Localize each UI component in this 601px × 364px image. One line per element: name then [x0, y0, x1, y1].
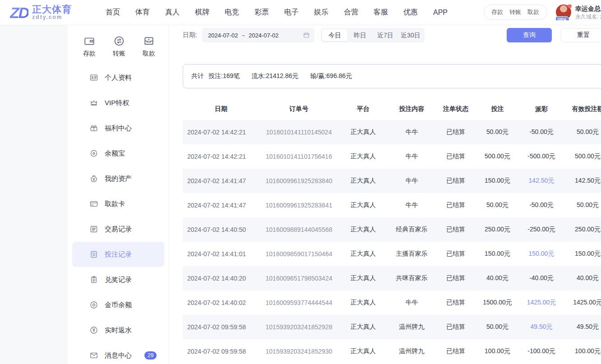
cell-status: 已结算 [435, 274, 476, 282]
date-label: 日期: [183, 31, 197, 39]
sidebar-menu-label: 金币余额 [105, 301, 132, 309]
table-row: 2024-07-02 14:40:02 1016009593774444544 … [183, 290, 601, 315]
permanent-domain-label: 永久域名: z [575, 13, 601, 20]
quick-range-button[interactable]: 近30日 [398, 29, 423, 41]
sidebar-menu-label: 投注记录 [105, 250, 132, 259]
cell-bet-amount: 50.00元 [476, 128, 519, 136]
sidebar: 存款 转账 取款 个人资料 [68, 25, 169, 364]
quick-action[interactable]: 取款 [143, 35, 155, 58]
cell-payout: -50.00元 [519, 128, 564, 136]
notification-dot [568, 5, 572, 9]
cell-status: 已结算 [435, 177, 476, 185]
cell-order-number: 1015939203241852928 [259, 323, 338, 331]
transaction-record-icon [89, 225, 98, 234]
sidebar-menu-item[interactable]: 兑奖记录 [72, 267, 164, 292]
table-header-cell: 平台 [338, 105, 388, 113]
cell-order-number: 1015939203241852930 [259, 348, 338, 355]
sidebar-menu-item[interactable]: VIP特权 [72, 90, 164, 115]
sidebar-menu-item[interactable]: 福利中心 [72, 115, 164, 141]
nav-item[interactable]: 娱乐 [314, 8, 328, 17]
date-separator: ~ [241, 32, 245, 39]
sidebar-menu-item[interactable]: 实时返水 [72, 318, 164, 343]
table-row: 2024-07-02 14:40:20 1016009651798503424 … [183, 266, 601, 290]
table-header-cell: 订单号 [259, 105, 338, 113]
cell-status: 已结算 [435, 250, 476, 258]
nav-item[interactable]: 优惠 [403, 8, 418, 17]
nav-item[interactable]: 电子 [284, 8, 299, 17]
quick-range-button[interactable]: 近7日 [373, 29, 398, 41]
nav-item[interactable]: 真人 [165, 8, 180, 17]
sidebar-menu-label: 取款卡 [105, 200, 125, 208]
wallet-action-link[interactable]: 存款 [491, 8, 503, 16]
cell-date: 2024-07-02 14:42:21 [183, 153, 259, 160]
date-range-input[interactable]: 2024-07-02 ~ 2024-07-02 [202, 28, 314, 42]
sidebar-menu-item[interactable]: 投注记录 [72, 242, 164, 267]
cell-payout: -250.00元 [519, 226, 564, 234]
cell-platform: 正大真人 [338, 226, 388, 234]
sidebar-menu-item[interactable]: 交易记录 [72, 217, 164, 242]
nav-item[interactable]: 彩票 [254, 8, 269, 17]
nav-item[interactable]: APP [433, 9, 448, 17]
quick-range-button[interactable]: 昨日 [347, 29, 373, 41]
nav-item[interactable]: 客服 [374, 8, 388, 17]
nav-item[interactable]: 首页 [106, 8, 120, 17]
user-name: 幸运金总 [575, 5, 601, 13]
quick-action-label: 取款 [143, 50, 155, 58]
transfer-icon [113, 35, 125, 47]
cell-bet-content: 牛牛 [388, 177, 435, 185]
cell-status: 已结算 [435, 152, 476, 161]
cell-payout: -50.00元 [519, 201, 564, 209]
brand-domain: zdty.com [32, 14, 72, 20]
wallet-action-link[interactable]: 取款 [527, 8, 539, 16]
cell-order-number: 1016010141101756416 [259, 153, 338, 160]
bank-card-icon [89, 199, 98, 208]
calendar-icon[interactable] [303, 32, 310, 39]
user-block[interactable]: VIP4 幸运金总 永久域名: z [556, 5, 601, 20]
cell-valid-amount: 500.00元 [564, 152, 601, 161]
summary-bets: 投注:169笔 [208, 72, 240, 80]
sidebar-menu-item[interactable]: 余额宝 [72, 141, 164, 166]
cell-date: 2024-07-02 14:40:50 [183, 226, 259, 233]
cell-payout: -500.00元 [519, 152, 564, 161]
cell-date: 2024-07-02 14:41:47 [183, 177, 259, 184]
cell-bet-content: 主播百家乐 [388, 250, 435, 258]
cell-payout: 1425.00元 [519, 299, 564, 307]
table-row: 2024-07-02 14:41:47 1016009961925283840 … [183, 169, 601, 193]
cell-bet-amount: 50.00元 [476, 201, 519, 209]
search-button[interactable]: 查询 [507, 28, 552, 42]
cell-date: 2024-07-02 14:40:02 [183, 299, 259, 306]
assets-icon [89, 174, 98, 183]
sidebar-menu-label: 兑奖记录 [105, 276, 132, 284]
sidebar-menu-item[interactable]: 金币余额 [72, 292, 164, 318]
summary-bar: 共计 投注:169笔 流水:21412.86元 输/赢:696.86元 [183, 64, 601, 88]
quick-range-button[interactable]: 今日 [322, 29, 347, 41]
table-row: 2024-07-02 14:41:01 1016009859017150464 … [183, 242, 601, 266]
prize-record-icon [89, 275, 98, 284]
nav-item[interactable]: 棋牌 [195, 8, 209, 17]
reset-button[interactable]: 重置 [561, 28, 601, 42]
sidebar-menu-item[interactable]: 消息中心 29 [72, 343, 164, 364]
cell-valid-amount: 150.00元 [564, 250, 601, 258]
piggy-bank-icon [89, 149, 98, 158]
cell-bet-content: 牛牛 [388, 152, 435, 161]
summary-prefix: 共计 [191, 72, 204, 80]
coin-icon [89, 300, 98, 309]
main-nav: 首页体育真人棋牌电竞彩票电子娱乐合营客服优惠APP [106, 8, 448, 17]
sidebar-menu-item[interactable]: 个人资料 [72, 65, 164, 90]
sidebar-menu-item[interactable]: 我的资产 [72, 166, 164, 191]
nav-item[interactable]: 合营 [344, 8, 358, 17]
quick-action[interactable]: 转账 [113, 35, 125, 58]
nav-item[interactable]: 体育 [135, 8, 150, 17]
table-row: 2024-07-02 14:42:21 1016010141110145024 … [183, 120, 601, 144]
header: ZD 正大体育 zdty.com 首页体育真人棋牌电竞彩票电子娱乐合营客服优惠A… [0, 0, 601, 25]
sidebar-menu-item[interactable]: 取款卡 [72, 191, 164, 217]
cell-valid-amount: 250.00元 [564, 226, 601, 234]
cell-valid-amount: 142.50元 [564, 177, 601, 185]
nav-item[interactable]: 电竞 [225, 8, 239, 17]
cell-valid-amount: 40.00元 [564, 274, 601, 282]
brand-logo[interactable]: ZD 正大体育 zdty.com [10, 4, 95, 20]
quick-action[interactable]: 存款 [83, 35, 96, 58]
wallet-action-link[interactable]: 转账 [509, 8, 521, 16]
sidebar-menu: 个人资料 VIP特权 福利中心 余额宝 [68, 65, 169, 364]
sidebar-menu-label: 福利中心 [105, 124, 132, 133]
